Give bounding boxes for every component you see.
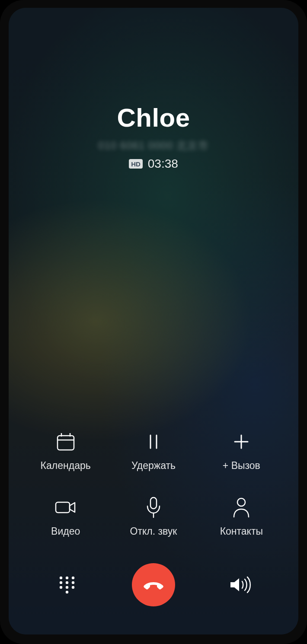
svg-point-21 (66, 591, 68, 593)
phone-hangup-icon (141, 573, 166, 597)
calendar-button[interactable]: Календарь (24, 430, 107, 472)
video-label: Видео (51, 526, 80, 537)
add-call-label: + Вызов (223, 460, 260, 472)
call-status-row: HD 03:38 (9, 157, 298, 171)
svg-point-16 (66, 581, 68, 584)
end-call-button[interactable] (132, 563, 175, 606)
svg-rect-8 (56, 502, 70, 513)
hold-label: Удержать (131, 460, 176, 472)
hold-button[interactable]: Удержать (112, 430, 195, 472)
keypad-button[interactable] (55, 573, 79, 597)
caller-subtitle-blurred: 010 6061 0000 北京市 (9, 139, 298, 153)
call-duration: 03:38 (148, 157, 178, 171)
contacts-label: Контакты (220, 526, 263, 537)
call-controls: Календарь Удержать (9, 430, 298, 634)
speaker-icon (229, 575, 251, 595)
phone-frame: Chloe 010 6061 0000 北京市 HD 03:38 (0, 0, 307, 644)
svg-point-12 (60, 577, 62, 579)
svg-point-15 (60, 581, 62, 584)
plus-icon (229, 430, 253, 454)
mute-label: Откл. звук (130, 526, 177, 537)
contacts-button[interactable]: Контакты (200, 495, 283, 537)
keypad-icon (57, 575, 77, 595)
caller-name: Chloe (9, 103, 298, 133)
caller-info: Chloe 010 6061 0000 北京市 HD 03:38 (9, 103, 298, 171)
microphone-icon (141, 495, 166, 520)
hd-badge: HD (129, 159, 143, 169)
speaker-button[interactable] (228, 573, 252, 597)
call-screen: Chloe 010 6061 0000 北京市 HD 03:38 (9, 8, 298, 634)
controls-grid: Календарь Удержать (24, 430, 283, 537)
bottom-controls (24, 563, 283, 606)
svg-point-20 (72, 586, 74, 589)
calendar-label: Календарь (41, 460, 91, 472)
svg-point-13 (66, 577, 68, 579)
svg-point-18 (60, 586, 62, 589)
mute-button[interactable]: Откл. звук (112, 495, 195, 537)
svg-rect-9 (150, 497, 157, 509)
add-call-button[interactable]: + Вызов (200, 430, 283, 472)
svg-point-19 (66, 586, 68, 589)
calendar-icon (54, 430, 78, 454)
video-icon (54, 495, 78, 520)
svg-point-14 (72, 577, 74, 579)
video-button[interactable]: Видео (24, 495, 107, 537)
svg-point-11 (237, 498, 245, 506)
svg-point-17 (72, 581, 74, 584)
person-icon (229, 495, 253, 520)
pause-icon (141, 430, 166, 454)
svg-rect-0 (58, 436, 74, 450)
